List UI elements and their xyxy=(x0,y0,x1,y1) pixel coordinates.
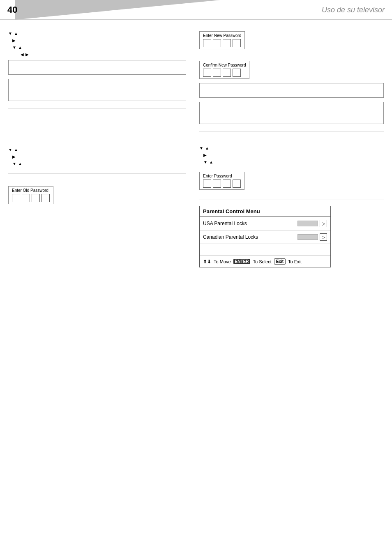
nav-arrows-right-1: ▶ xyxy=(12,38,186,43)
instruction-box-2 xyxy=(8,79,186,101)
right-nav-arrows-ud-2: ▼ ▲ xyxy=(203,160,384,164)
arrow-down-icon: ▼ xyxy=(8,31,12,36)
enter-old-password-widget: Enter Old Password xyxy=(8,186,53,204)
right-instruction-box-1 xyxy=(199,83,384,98)
nav-arrows-ud-3: ▼ ▲ xyxy=(8,147,186,152)
parental-control-menu: Parental Control Menu USA Parental Locks… xyxy=(199,206,331,267)
password-square-3 xyxy=(32,194,40,202)
right-arrow-up-icon-2: ▲ xyxy=(209,160,213,164)
nav-arrows-right-2: ▶ xyxy=(12,154,186,159)
confirm-password-widget: Confirm New Password xyxy=(199,61,249,79)
right-arrow-down-icon-2: ▼ xyxy=(203,160,208,164)
password-square-new-4 xyxy=(233,39,241,47)
enter-old-password-label: Enter Old Password xyxy=(12,188,50,193)
arrow-down-icon-4: ▼ xyxy=(12,161,16,166)
exit-key-badge: Exit xyxy=(274,258,286,265)
password-squares-old xyxy=(12,194,50,202)
arrow-up-icon-4: ▲ xyxy=(18,161,22,166)
password-square-new-1 xyxy=(203,39,211,47)
arrow-up-icon: ▲ xyxy=(14,31,18,36)
canadian-parental-locks-control: ▷ xyxy=(297,233,327,241)
canadian-parental-locks-label: Canadian Parental Locks xyxy=(203,234,258,240)
password-square-new-2 xyxy=(213,39,221,47)
page-title: Uso de su televisor xyxy=(322,6,385,14)
canadian-parental-locks-row[interactable]: Canadian Parental Locks ▷ xyxy=(200,230,330,244)
right-nav-arrows-ud-1: ▼ ▲ xyxy=(199,146,384,150)
password-squares-enter xyxy=(203,180,241,188)
password-square-enter-4 xyxy=(233,180,241,188)
move-icon: ⬆⬇ xyxy=(203,259,211,265)
enter-new-password-widget: Enter New Password xyxy=(199,31,245,49)
right-arrow-down-icon: ▼ xyxy=(199,146,203,150)
nav-arrows-ud-4: ▼ ▲ xyxy=(12,161,186,166)
arrow-right-icon: ▶ xyxy=(12,38,16,43)
confirm-password-label: Confirm New Password xyxy=(203,63,246,67)
arrow-right-icon-2: ▶ xyxy=(25,52,29,57)
arrow-down-icon-2: ▼ xyxy=(12,45,16,50)
password-square-enter-3 xyxy=(223,180,231,188)
password-squares-new xyxy=(203,39,241,47)
password-squares-confirm xyxy=(203,69,246,77)
password-square-enter-2 xyxy=(213,180,221,188)
usa-parental-arrow[interactable]: ▷ xyxy=(320,220,327,227)
password-square-new-3 xyxy=(223,39,231,47)
right-instruction-box-2 xyxy=(199,102,384,124)
canadian-parental-arrow[interactable]: ▷ xyxy=(320,233,327,241)
nav-arrows-lr-1: ◀ ▶ xyxy=(21,52,186,57)
arrow-up-icon-2: ▲ xyxy=(18,45,22,50)
arrow-right-icon-3: ▶ xyxy=(12,154,16,159)
enter-key-badge: ENTER xyxy=(233,259,251,264)
password-square-confirm-4 xyxy=(233,69,241,77)
usa-parental-locks-control: ▷ xyxy=(297,220,327,227)
enter-new-password-label: Enter New Password xyxy=(203,33,241,38)
usa-parental-bar xyxy=(297,221,318,226)
password-square-2 xyxy=(22,194,30,202)
arrow-left-icon: ◀ xyxy=(21,52,24,57)
instruction-box-1 xyxy=(8,60,186,75)
password-square-confirm-2 xyxy=(213,69,221,77)
parental-menu-title: Parental Control Menu xyxy=(200,206,330,217)
arrow-up-icon-3: ▲ xyxy=(14,147,18,152)
password-square-4 xyxy=(42,194,50,202)
nav-arrows-ud-1: ▼ ▲ xyxy=(8,31,186,36)
password-square-enter-1 xyxy=(203,180,211,188)
page-number: 40 xyxy=(7,5,17,15)
arrow-down-icon-3: ▼ xyxy=(8,147,12,152)
password-square-confirm-3 xyxy=(223,69,231,77)
password-square-confirm-1 xyxy=(203,69,211,77)
parental-menu-footer: ⬆⬇ To Move ENTER To Select Exit To Exit xyxy=(200,256,330,267)
right-arrow-right-icon: ▶ xyxy=(203,153,207,157)
move-label: To Move xyxy=(214,259,231,264)
usa-parental-locks-label: USA Parental Locks xyxy=(203,221,247,226)
enter-password-label: Enter Password xyxy=(203,174,241,178)
right-arrow-up-icon: ▲ xyxy=(205,146,209,150)
nav-arrows-ud-2: ▼ ▲ xyxy=(12,45,186,50)
select-label: To Select xyxy=(253,259,271,264)
enter-password-widget: Enter Password xyxy=(199,172,244,190)
canadian-parental-bar xyxy=(297,234,318,240)
usa-parental-locks-row[interactable]: USA Parental Locks ▷ xyxy=(200,217,330,230)
exit-desc: To Exit xyxy=(288,259,302,264)
right-nav-arrows-right-1: ▶ xyxy=(203,153,384,157)
password-square-1 xyxy=(12,194,20,202)
